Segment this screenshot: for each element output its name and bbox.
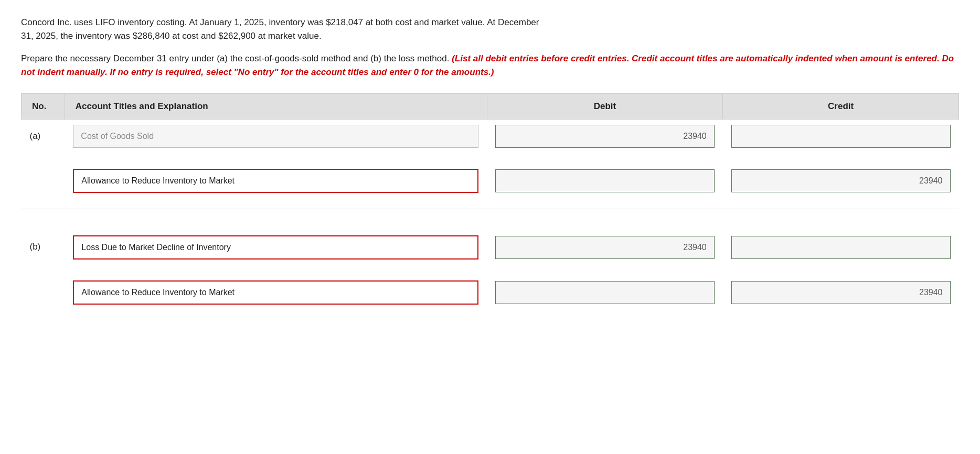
row-b2-credit-amount-cell (723, 275, 959, 310)
row-b2-no (22, 275, 65, 310)
row-b-credit-amount-input[interactable] (731, 236, 951, 259)
row-b2-debit-amount-cell (487, 275, 723, 310)
intro-paragraph: Concord Inc. uses LIFO inventory costing… (21, 16, 959, 42)
row-b-debit-amount-input[interactable] (495, 236, 715, 259)
row-b-no: (b) (22, 230, 65, 265)
row-b2-debit-amount-input[interactable] (495, 281, 715, 304)
row-a2-debit-amount-input[interactable] (495, 169, 715, 192)
row-b2-credit-account-input[interactable] (73, 280, 478, 305)
row-a-debit-account-input[interactable] (73, 125, 478, 148)
header-credit: Credit (723, 94, 959, 120)
intro-line2: 31, 2025, the inventory was $286,840 at … (21, 31, 322, 41)
header-account: Account Titles and Explanation (65, 94, 487, 120)
row-b-credit-amount-cell (723, 230, 959, 265)
row-b-debit-account-input[interactable] (73, 235, 478, 260)
row-b-debit-account-cell (65, 230, 487, 265)
header-debit: Debit (487, 94, 723, 120)
row-a-credit-amount-input[interactable] (731, 125, 951, 148)
row-b2-credit-account-cell (65, 275, 487, 310)
row-a-credit-amount-cell (723, 120, 959, 154)
row-a2-credit-account-cell (65, 164, 487, 198)
row-a-debit-amount-input[interactable] (495, 125, 715, 148)
row-a2-credit-account-input[interactable] (73, 169, 478, 193)
intro-line1: Concord Inc. uses LIFO inventory costing… (21, 17, 539, 27)
journal-entry-table: No. Account Titles and Explanation Debit… (21, 93, 959, 320)
row-a2-credit-amount-input[interactable] (731, 169, 951, 192)
row-a-debit-amount-cell (487, 120, 723, 154)
row-a-debit-account-cell (65, 120, 487, 154)
row-b2-credit-amount-input[interactable] (731, 281, 951, 304)
row-a2-credit-amount-cell (723, 164, 959, 198)
row-a-no: (a) (22, 120, 65, 154)
instructions-prefix: Prepare the necessary December 31 entry … (21, 53, 449, 63)
row-a2-debit-amount-cell (487, 164, 723, 198)
header-no: No. (22, 94, 65, 120)
row-a2-no (22, 164, 65, 198)
row-b-debit-amount-cell (487, 230, 723, 265)
instructions-paragraph: Prepare the necessary December 31 entry … (21, 52, 959, 79)
